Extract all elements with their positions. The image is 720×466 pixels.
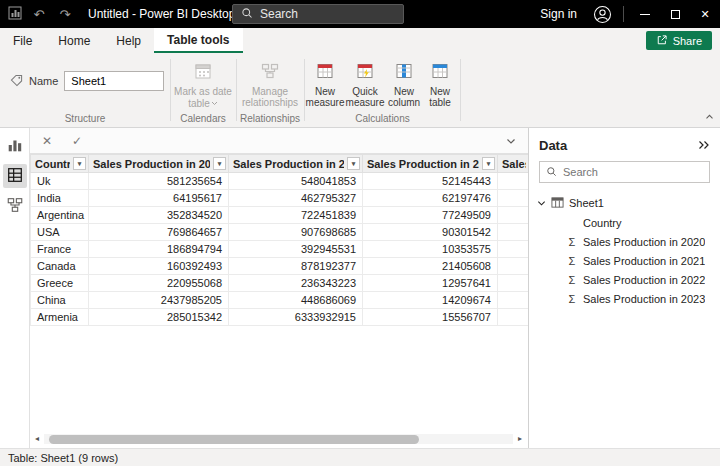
field-sales-2021[interactable]: Σ Sales Production in 2021 xyxy=(529,251,720,270)
cell[interactable]: 722451839 xyxy=(229,207,363,224)
cell[interactable]: 462795327 xyxy=(229,190,363,207)
cell[interactable] xyxy=(498,309,529,326)
filter-icon[interactable]: ▾ xyxy=(73,157,86,170)
cell[interactable] xyxy=(498,207,529,224)
maximize-button[interactable] xyxy=(660,0,690,28)
cell[interactable]: Uk xyxy=(31,173,89,190)
scroll-left-icon[interactable]: ◂ xyxy=(32,434,42,444)
cell[interactable]: 285015342 xyxy=(89,309,229,326)
cell[interactable]: 77249509 xyxy=(363,207,498,224)
model-view-button[interactable] xyxy=(3,194,27,218)
quick-measure-button[interactable]: Quick measure xyxy=(345,53,385,109)
cell[interactable]: 52145443 xyxy=(363,173,498,190)
new-table-button[interactable]: New table xyxy=(423,53,457,109)
new-column-button[interactable]: New column xyxy=(385,53,423,109)
cell[interactable] xyxy=(498,292,529,309)
window-title: Untitled - Power BI Desktop xyxy=(88,7,235,21)
sign-in-button[interactable]: Sign in xyxy=(530,7,587,21)
cell[interactable]: 907698685 xyxy=(229,224,363,241)
tab-home[interactable]: Home xyxy=(45,28,103,53)
table-view-button[interactable] xyxy=(3,164,27,188)
chevron-down-icon[interactable] xyxy=(537,197,546,209)
scrollbar-thumb[interactable] xyxy=(49,435,420,444)
formula-expand-button[interactable] xyxy=(506,133,516,148)
cell[interactable]: India xyxy=(31,190,89,207)
tab-table-tools[interactable]: Table tools xyxy=(154,28,242,53)
cell[interactable]: 10353575 xyxy=(363,241,498,258)
filter-icon[interactable]: ▾ xyxy=(482,157,495,170)
cell[interactable]: 769864657 xyxy=(89,224,229,241)
redo-icon[interactable]: ↷ xyxy=(56,7,74,22)
account-avatar-icon[interactable] xyxy=(587,0,617,28)
tab-help[interactable]: Help xyxy=(103,28,154,53)
close-button[interactable]: ✕ xyxy=(690,0,720,28)
cell[interactable]: 21405608 xyxy=(363,258,498,275)
field-sales-2023[interactable]: Σ Sales Production in 2023 xyxy=(529,289,720,308)
cell[interactable]: 64195617 xyxy=(89,190,229,207)
cell[interactable]: 186894794 xyxy=(89,241,229,258)
field-country[interactable]: Country xyxy=(529,213,720,232)
cell[interactable]: 2437985205 xyxy=(89,292,229,309)
cell[interactable]: USA xyxy=(31,224,89,241)
cell[interactable]: 90301542 xyxy=(363,224,498,241)
undo-icon[interactable]: ↶ xyxy=(30,7,48,22)
cell[interactable]: Canada xyxy=(31,258,89,275)
cell[interactable] xyxy=(498,190,529,207)
cell[interactable] xyxy=(498,275,529,292)
cell[interactable]: 160392493 xyxy=(89,258,229,275)
cell[interactable]: 12957641 xyxy=(363,275,498,292)
share-button[interactable]: Share xyxy=(646,31,712,50)
field-sales-2022[interactable]: Σ Sales Production in 2022 xyxy=(529,270,720,289)
cell[interactable] xyxy=(498,258,529,275)
cell[interactable]: 352834520 xyxy=(89,207,229,224)
cell[interactable]: 14209674 xyxy=(363,292,498,309)
cell[interactable]: Armenia xyxy=(31,309,89,326)
cell[interactable] xyxy=(498,241,529,258)
horizontal-scrollbar[interactable]: ◂ ▸ xyxy=(32,433,525,445)
formula-bar[interactable]: ✕ ✓ xyxy=(30,128,528,154)
cell[interactable]: 448686069 xyxy=(229,292,363,309)
column-header-2023[interactable]: Sales Production in 2023 xyxy=(498,155,529,173)
filter-icon[interactable]: ▾ xyxy=(213,157,226,170)
column-header-country[interactable]: Country▾ xyxy=(31,155,89,173)
manage-relationships-button[interactable]: Manage relationships xyxy=(237,53,303,109)
cell[interactable]: 62197476 xyxy=(363,190,498,207)
report-view-button[interactable] xyxy=(3,134,27,158)
cell[interactable]: China xyxy=(31,292,89,309)
cell[interactable]: 220955068 xyxy=(89,275,229,292)
column-header-2021[interactable]: Sales Production in 2021▾ xyxy=(229,155,363,173)
tab-file[interactable]: File xyxy=(0,28,45,53)
collapse-pane-button[interactable] xyxy=(698,138,710,153)
fields-search-input[interactable] xyxy=(563,166,703,178)
column-header-2020[interactable]: Sales Production in 2020▾ xyxy=(89,155,229,173)
cell[interactable]: 15556707 xyxy=(363,309,498,326)
column-header-2022[interactable]: Sales Production in 2022▾ xyxy=(363,155,498,173)
cell[interactable]: Greece xyxy=(31,275,89,292)
cell[interactable]: 392945531 xyxy=(229,241,363,258)
filter-icon[interactable]: ▾ xyxy=(347,157,360,170)
new-measure-button[interactable]: New measure xyxy=(305,53,345,109)
cell[interactable] xyxy=(498,173,529,190)
cell[interactable] xyxy=(498,224,529,241)
collapse-ribbon-button[interactable] xyxy=(705,108,714,123)
cell[interactable]: 581235654 xyxy=(89,173,229,190)
cell[interactable]: 878192377 xyxy=(229,258,363,275)
cell[interactable]: Argentina xyxy=(31,207,89,224)
formula-commit-icon[interactable]: ✓ xyxy=(72,134,82,148)
field-sales-2020[interactable]: Σ Sales Production in 2020 xyxy=(529,232,720,251)
titlebar-search[interactable]: Search xyxy=(232,4,404,24)
mark-as-date-table-button[interactable]: Mark as date table xyxy=(171,53,235,110)
scrollbar-track[interactable] xyxy=(44,434,513,444)
fields-search-box[interactable] xyxy=(539,161,710,183)
data-table: Country▾ Sales Production in 2020▾ Sales… xyxy=(30,154,528,326)
table-name-input[interactable] xyxy=(64,71,164,91)
scroll-right-icon[interactable]: ▸ xyxy=(515,434,525,444)
minimize-button[interactable] xyxy=(630,0,660,28)
cell[interactable]: 6333932915 xyxy=(229,309,363,326)
model-diagram-icon xyxy=(6,196,24,217)
tree-item-sheet1[interactable]: Sheet1 xyxy=(529,193,720,213)
formula-cancel-icon[interactable]: ✕ xyxy=(42,134,52,148)
cell[interactable]: 548041853 xyxy=(229,173,363,190)
cell[interactable]: 236343223 xyxy=(229,275,363,292)
cell[interactable]: France xyxy=(31,241,89,258)
